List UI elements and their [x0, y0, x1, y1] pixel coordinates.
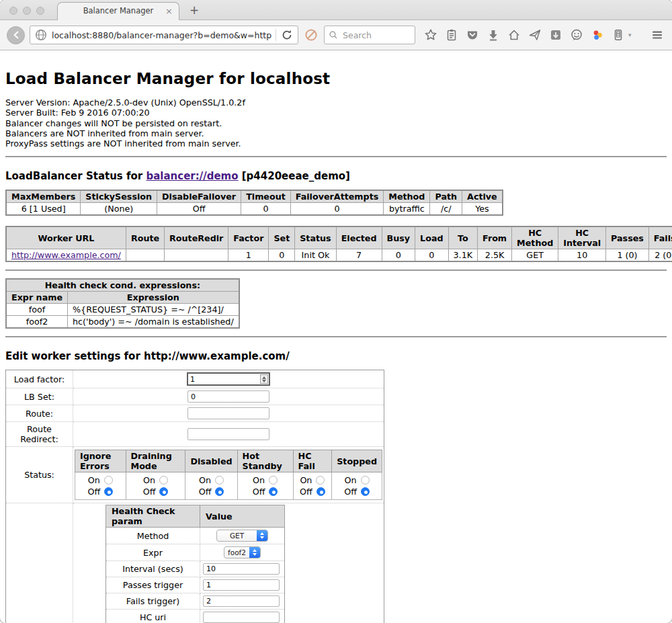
url-input[interactable]: localhost:8880/balancer-manager?b=demo&w… — [52, 30, 271, 40]
server-built-line: Server Built: Feb 9 2016 07:00:20 — [5, 108, 667, 118]
hc-interval-input[interactable] — [203, 563, 280, 575]
method-select[interactable]: GET — [216, 530, 268, 542]
server-version-line: Server Version: Apache/2.5.0-dev (Unix) … — [5, 97, 667, 108]
download-icon[interactable] — [487, 28, 500, 42]
colored-dots-extension-icon[interactable] — [591, 28, 604, 42]
warning-line: ProxyPass settings are NOT inherited fro… — [5, 138, 667, 149]
balancer-status-table: MaxMembers StickySession DisableFailover… — [5, 190, 503, 216]
hc-uri-input[interactable] — [203, 612, 280, 623]
status-hc-fail-cell: On Off — [293, 472, 332, 500]
radio-on[interactable] — [361, 476, 370, 485]
column-header: Load — [415, 226, 448, 249]
hc-passes-label: Passes trigger — [106, 577, 200, 593]
hc-interval-label: Interval (secs) — [106, 561, 200, 577]
zoom-window-button[interactable] — [36, 7, 44, 15]
column-header: Worker URL — [6, 226, 126, 249]
home-icon[interactable] — [507, 28, 521, 42]
status-label: Status: — [6, 447, 73, 503]
cell-stickysession: (None) — [81, 203, 157, 216]
column-header: Path — [430, 190, 462, 203]
route-label: Route: — [6, 405, 73, 422]
warning-line: Balancers are NOT inherited from main se… — [5, 128, 667, 138]
column-header: StickySession — [81, 190, 157, 203]
worker-url-link[interactable]: http://www.example.com/ — [11, 250, 121, 260]
hc-passes-input[interactable] — [203, 579, 280, 591]
cell-set: 0 — [269, 249, 295, 262]
tab-balancer-manager[interactable]: Balancer Manager × — [57, 2, 179, 20]
content-blocked-icon[interactable] — [304, 28, 318, 42]
radio-off-selected[interactable] — [104, 487, 113, 496]
cell-disablefailover: Off — [157, 203, 241, 216]
menu-hamburger-icon[interactable] — [650, 28, 664, 42]
status-column-header: Disabled — [185, 450, 237, 472]
cell-status: Init Ok — [295, 249, 336, 262]
lb-set-label: LB Set: — [6, 388, 73, 405]
number-stepper-icon[interactable] — [260, 374, 268, 384]
balancer-demo-link[interactable]: balancer://demo — [146, 170, 238, 182]
radio-on[interactable] — [215, 476, 224, 485]
status-disabled-cell: On Off — [185, 472, 237, 500]
hc-fails-input[interactable] — [203, 595, 280, 607]
minimize-window-button[interactable] — [23, 7, 31, 15]
column-header: Method — [384, 190, 430, 203]
cell-passes: 1 (0) — [606, 249, 649, 262]
radio-off-selected[interactable] — [159, 487, 168, 496]
column-header: Status — [295, 226, 336, 249]
warning-line: Balancer changes will NOT be persisted o… — [5, 118, 667, 128]
send-plane-icon[interactable] — [528, 28, 542, 42]
pocket-icon[interactable] — [466, 28, 479, 42]
toolbar-icons: ▾ — [424, 28, 672, 42]
column-header: Set — [269, 226, 295, 249]
cell-expression: hc('body') =~ /domain is established/ — [68, 316, 239, 329]
window-controls — [9, 7, 44, 15]
new-tab-button[interactable]: + — [190, 1, 199, 19]
column-header: MaxMembers — [6, 190, 81, 203]
on-label: On — [345, 474, 357, 486]
radio-on[interactable] — [316, 476, 325, 485]
column-header: HC Method — [512, 226, 558, 249]
lb-set-input[interactable] — [187, 390, 269, 403]
route-redirect-input[interactable] — [187, 428, 269, 440]
column-header: DisableFailover — [157, 190, 241, 203]
off-label: Off — [143, 486, 156, 497]
radio-on[interactable] — [269, 476, 278, 485]
save-to-device-icon[interactable] — [549, 28, 562, 42]
reload-icon[interactable] — [280, 28, 294, 42]
cell-to: 3.1K — [448, 249, 478, 262]
hc-method-label: Method — [106, 528, 200, 544]
address-bar[interactable]: localhost:8880/balancer-manager?b=demo&w… — [30, 26, 298, 44]
search-bar[interactable] — [324, 26, 415, 44]
server-info: Server Version: Apache/2.5.0-dev (Unix) … — [5, 97, 667, 149]
route-redirect-label: Route Redirect: — [6, 422, 73, 447]
cell-route — [126, 249, 164, 262]
tab-bar: Balancer Manager × + — [0, 0, 672, 20]
radio-on[interactable] — [159, 476, 168, 485]
search-input[interactable] — [341, 30, 405, 41]
back-button[interactable] — [7, 26, 25, 44]
container-clipboard-icon[interactable] — [612, 28, 625, 42]
radio-off-selected[interactable] — [215, 487, 224, 496]
chat-smiley-icon[interactable] — [570, 28, 583, 42]
browser-window: Balancer Manager × + localhost:8880/bala… — [0, 0, 672, 623]
load-factor-input[interactable] — [188, 375, 260, 384]
on-label: On — [143, 474, 155, 486]
chevron-down-icon[interactable]: ▾ — [628, 32, 632, 38]
search-icon — [329, 30, 338, 40]
bookmark-star-icon[interactable] — [424, 28, 437, 42]
page-title: Load Balancer Manager for localhost — [5, 70, 667, 87]
reading-list-icon[interactable] — [445, 28, 458, 42]
radio-off-selected[interactable] — [361, 487, 370, 496]
tab-close-icon[interactable]: × — [165, 3, 173, 19]
cell-busy: 0 — [382, 249, 415, 262]
expr-select[interactable]: foof2 — [224, 546, 261, 558]
load-factor-field[interactable] — [187, 372, 270, 386]
cell-load: 0 — [415, 249, 448, 262]
radio-off-selected[interactable] — [317, 487, 325, 496]
radio-on[interactable] — [104, 476, 113, 485]
hc-fails-label: Fails trigger) — [106, 593, 200, 610]
table-row: 6 [1 Used] (None) Off 0 0 bytraffic /c/ … — [6, 203, 503, 216]
radio-off-selected[interactable] — [269, 487, 278, 496]
close-window-button[interactable] — [9, 7, 17, 15]
cell-path: /c/ — [430, 203, 462, 216]
route-input[interactable] — [187, 407, 269, 419]
